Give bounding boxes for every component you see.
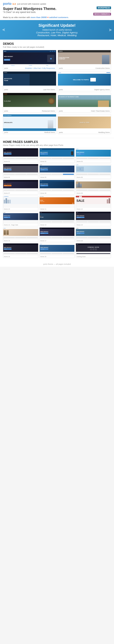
home-card-13[interactable]: porto HUGE SALE Shop Now (3, 212, 38, 226)
mini-nav: porto (76, 148, 111, 150)
thumb-hero: WEB DESIGN? Learn More ◆ (3, 52, 56, 64)
mini-content (40, 188, 75, 192)
home-label-coming-soon: Coming Soon (77, 256, 85, 258)
home-card-20[interactable]: porto *WEB DESIGN? Learn More (39, 243, 75, 258)
mini-nav: porto (40, 212, 75, 213)
mini-content (3, 188, 38, 192)
home-label-15: Home 15 (77, 224, 83, 226)
mini-hero: WEB DESIGN? Explore (3, 182, 38, 188)
mini-content (3, 172, 38, 176)
home-card-2[interactable]: porto WEB DESIGN? Learn More (39, 148, 75, 163)
home-card-10[interactable]: eCOMMERCE (3, 196, 38, 210)
demo-card-footer-restaurant: porto Restaurant Demo (3, 110, 56, 112)
mini-content (76, 156, 111, 160)
home-label-18: Home 18 (77, 240, 83, 242)
demo-card-footer-webdesign: porto Simplistic • Ultra-Fast • Fully Re… (3, 67, 56, 70)
home-card-8[interactable]: porto WEB HOSTING Get Started (39, 180, 75, 194)
demo-card-welcome[interactable]: porto WELCOME TO PORTO porto Digital Age… (58, 71, 111, 91)
home-card-footer-10: Home 10 (3, 208, 38, 210)
demo-card-wedding[interactable]: Justin & Julia porto Wedding Demo (58, 114, 111, 134)
mini-nav: porto (76, 244, 111, 245)
home-card-9[interactable]: porto (76, 180, 111, 194)
home-img-3: porto WEB DESIGN? Learn More (76, 148, 111, 160)
home-card-1[interactable]: porto WEB DESIGN? Learn More (3, 148, 38, 163)
home-label-9: Home 09 (77, 192, 83, 194)
home-card-11[interactable]: porto shop SALE Shop Now (39, 196, 75, 210)
demo-card-realestate[interactable]: IN SEARCH OF THE PERFECT HOME porto Hote… (58, 93, 111, 113)
home-card-18[interactable]: porto WEB DESIGN? Start Now (76, 228, 111, 242)
thumb-hero: CONSTRUCTIONCOMPANY (58, 52, 111, 64)
thumb-nav: porto (3, 50, 56, 52)
home-card-16[interactable]: porto Home 16 (3, 228, 38, 242)
thumb-footer (58, 64, 111, 67)
header-main: Super Fast Wordpress Theme. "A Class" on… (3, 6, 111, 16)
home-img-2: porto WEB DESIGN? Learn More (40, 148, 75, 160)
home-card-15[interactable]: porto WEB DESIGN? Contact Us (76, 212, 111, 226)
demo-card-restaurant[interactable]: PORTO Try Our Meal porto Restaurant Demo (3, 93, 56, 113)
home-label-2: Home 02 (40, 161, 46, 162)
home-card-14[interactable]: porto 40 % OFF Home 1 (39, 212, 75, 226)
home-card-footer-9: Home 09 (76, 192, 111, 194)
home-card-footer-15: Home 15 (76, 224, 111, 226)
mini-hero: 40 % OFF (40, 213, 75, 220)
demo-card-footer-wedding: porto Wedding Demo (58, 131, 111, 134)
thumb-nav: PORTO (58, 50, 111, 52)
home-card-6[interactable]: porto ⊕ Home 06 (76, 164, 111, 179)
demo-card-webdesign[interactable]: porto WEB DESIGN? Learn More ◆ (3, 50, 56, 70)
customers-suffix: satisfied customers (49, 16, 68, 18)
mini-nav: porto (40, 164, 75, 166)
thumb-hero: Justin & Julia (58, 116, 111, 128)
demo-card-footer-construction: porto Construction Demo (58, 67, 111, 70)
mini-content (3, 156, 38, 160)
home-img-20: porto *WEB DESIGN? Learn More (40, 244, 75, 256)
home-label-19: Home 19 (4, 256, 10, 258)
home-card-17[interactable]: porto *WEB DESIGN? Read More (39, 228, 75, 242)
home-label-16: Home 16 (4, 240, 10, 242)
home-card-3[interactable]: porto WEB DESIGN? Learn More (76, 148, 111, 163)
mini-content (76, 236, 111, 240)
home-card-footer-20: Home 20 (40, 256, 75, 258)
demo-label: porto (59, 132, 63, 133)
mini-hero: WEB DESIGN? Learn More (3, 150, 38, 156)
mini-hero: *WEB DESIGN? Learn More (40, 245, 75, 252)
home-card-19[interactable]: porto WEB DESIGN? Explore (3, 243, 38, 258)
home-card-coming-soon[interactable]: porto COMING SOON 12 30 45 (76, 243, 111, 258)
home-card-5[interactable]: porto WEB DESIGN? Learn More (39, 164, 75, 179)
home-card-footer-coming-soon: Coming Soon (76, 256, 111, 258)
home-card-4[interactable]: porto WEB DESIGN? Learn More (3, 164, 38, 179)
home-img-13: porto HUGE SALE Shop Now (3, 212, 38, 224)
demo-card-construction[interactable]: PORTO CONSTRUCTIONCOMPANY porto Construc… (58, 50, 111, 70)
home-card-footer-18: Home 18 (76, 240, 111, 242)
mini-content (3, 220, 38, 224)
mini-nav: porto (3, 212, 38, 213)
demo-label: porto (4, 132, 8, 133)
customers-count: more than 26000 (31, 16, 47, 18)
header: porto 3.3 just arrived with massive upda… (0, 0, 114, 20)
demo-img-restaurant: PORTO Try Our Meal (3, 93, 56, 110)
mini-content (76, 252, 111, 256)
update-demos: Construction, Law Firm, Digital Agency,R… (7, 31, 107, 37)
mini-nav: porto (40, 180, 75, 182)
thumb-footer (58, 86, 111, 88)
thumb-nav (58, 93, 111, 95)
update-title: Significant Update! (7, 23, 107, 28)
home-card-12[interactable]: porto SALE SALE (76, 196, 111, 210)
demo-card-advocate[interactable]: PORTO ADVOCATETEAM porto Law Firm Demo (3, 71, 56, 91)
footer-text: porto theme — all pages included (43, 263, 71, 265)
home-card-footer-7: Home 07 (3, 192, 38, 194)
home-card-7[interactable]: porto WEB DESIGN? Explore (3, 180, 38, 194)
porto-name: porto (3, 2, 12, 6)
mini-hero: SALE (76, 197, 111, 204)
demo-card-footer-welcome: porto Digital Agency Demo (58, 88, 111, 91)
mini-nav: porto (3, 164, 38, 166)
mini-content (40, 156, 75, 160)
demo-card-footer-medical: porto Medical Demo (3, 131, 56, 134)
home-card-footer-2: Home 02 (40, 160, 75, 163)
mini-nav: porto (76, 164, 111, 166)
thumb-footer (3, 107, 56, 110)
demos-title: DEMOS (3, 42, 111, 46)
thumb-footer (3, 128, 56, 131)
mini-nav: eCOMMERCE (3, 196, 38, 197)
demo-card-footer-realestate: porto Hotel / Real Estate Demo (58, 110, 111, 112)
demo-card-medical[interactable]: PORTO MEDICAL SPECIALISTS porto Medical … (3, 114, 56, 134)
